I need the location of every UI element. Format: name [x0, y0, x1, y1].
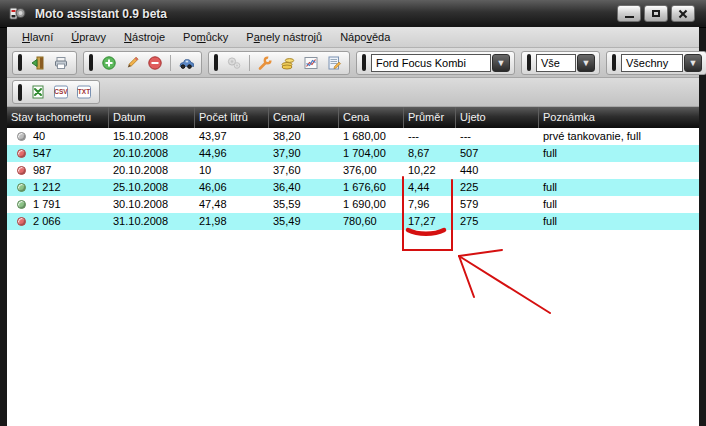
toolbar-grip[interactable]	[89, 54, 93, 71]
minimize-icon	[625, 16, 634, 18]
statistics-button[interactable]	[300, 53, 322, 73]
toolbar-group-records	[83, 51, 202, 75]
table-cell: 38,20	[269, 128, 339, 145]
toolbar-grip[interactable]	[612, 54, 616, 71]
table-row[interactable]: 4015.10.200843,9738,201 680,00------prvé…	[7, 128, 699, 145]
table-cell: 30.10.2008	[109, 196, 195, 213]
records-filter-select[interactable]: Všechny ▼	[621, 54, 702, 72]
table-cell: 21,98	[195, 213, 269, 230]
minimize-button[interactable]	[617, 5, 641, 22]
toolbar-grip[interactable]	[18, 84, 22, 101]
costs-button[interactable]	[277, 53, 299, 73]
menu-item-3[interactable]: Pomůcky	[174, 29, 237, 45]
coins-icon	[280, 55, 296, 71]
vehicle-button[interactable]	[175, 53, 197, 73]
wrench-icon	[257, 55, 273, 71]
table-cell: 10,22	[404, 162, 456, 179]
column-header-1[interactable]: Datum	[109, 107, 195, 128]
column-header-3[interactable]: Cena/l	[269, 107, 339, 128]
column-header-5[interactable]: Průměr	[404, 107, 456, 128]
column-header-4[interactable]: Cena	[339, 107, 404, 128]
table-cell: 43,97	[195, 128, 269, 145]
table-cell: 35,59	[269, 196, 339, 213]
menu-item-0[interactable]: Hlavní	[13, 29, 62, 45]
toolbar-grip[interactable]	[18, 54, 22, 71]
table-cell: 46,06	[195, 179, 269, 196]
fuel-filter-select[interactable]: Vše ▼	[536, 54, 595, 72]
export-excel-button[interactable]	[27, 82, 49, 102]
table-cell: 1 791	[7, 196, 109, 213]
table-header: Stav tachometruDatumPočet litrůCena/lCen…	[7, 107, 699, 128]
fuel-filter-value: Vše	[536, 54, 576, 72]
table-body: 4015.10.200843,9738,201 680,00------prvé…	[7, 128, 699, 230]
table-cell: 44,96	[195, 145, 269, 162]
table-cell: full	[539, 196, 699, 213]
table-cell: 15.10.2008	[109, 128, 195, 145]
table-row[interactable]: 1 79130.10.200847,4835,591 690,007,96579…	[7, 196, 699, 213]
export-csv-button[interactable]: CSV	[50, 82, 72, 102]
chevron-down-icon[interactable]: ▼	[492, 54, 510, 72]
table-cell: 40	[7, 128, 109, 145]
gears-icon	[226, 55, 242, 71]
chevron-down-icon[interactable]: ▼	[577, 54, 595, 72]
menu-item-4[interactable]: Panely nástrojů	[237, 29, 331, 45]
maximize-button[interactable]	[644, 5, 668, 22]
exit-button[interactable]	[27, 53, 49, 73]
chevron-down-icon[interactable]: ▼	[684, 54, 702, 72]
toolbar-main: Ford Focus Kombi ▼ Vše ▼ Všechny ▼	[7, 48, 699, 78]
remove-record-button[interactable]	[144, 53, 166, 73]
status-dot-gray-icon	[17, 132, 26, 141]
table-cell: 25.10.2008	[109, 179, 195, 196]
table-cell: 1 676,60	[339, 179, 404, 196]
fuel-filter-combo-group: Vše ▼	[521, 51, 600, 75]
column-header-2[interactable]: Počet litrů	[195, 107, 269, 128]
table-cell: full	[539, 145, 699, 162]
vehicle-combo-group: Ford Focus Kombi ▼	[356, 51, 515, 75]
table-row[interactable]: 1 21225.10.200846,0636,401 676,604,44225…	[7, 179, 699, 196]
toolbar-export: CSV TXT	[7, 78, 699, 107]
table-cell: 440	[456, 162, 539, 179]
records-filter-value: Všechny	[621, 54, 683, 72]
table-row[interactable]: 54720.10.200844,9637,901 704,008,67507fu…	[7, 145, 699, 162]
menu-item-1[interactable]: Úpravy	[62, 29, 115, 45]
menu-item-2[interactable]: Nástroje	[115, 29, 174, 45]
menu-item-5[interactable]: Nápověda	[331, 29, 399, 45]
export-txt-button[interactable]: TXT	[73, 82, 95, 102]
close-button[interactable]	[671, 5, 695, 22]
status-dot-red-icon	[17, 217, 26, 226]
toolbar-grip[interactable]	[362, 54, 366, 71]
service-button[interactable]	[254, 53, 276, 73]
print-button[interactable]	[50, 53, 72, 73]
status-dot-green-icon	[17, 200, 26, 209]
client-area: HlavníÚpravyNástrojePomůckyPanely nástro…	[7, 27, 699, 426]
excel-icon	[30, 84, 46, 100]
vehicle-select[interactable]: Ford Focus Kombi ▼	[371, 54, 510, 72]
table-cell: 7,96	[404, 196, 456, 213]
table-cell: 780,60	[339, 213, 404, 230]
table-cell: 1 680,00	[339, 128, 404, 145]
toolbar-group-file	[12, 51, 77, 75]
edit-record-button[interactable]	[121, 53, 143, 73]
table-cell: 37,60	[269, 162, 339, 179]
table-cell: ---	[404, 128, 456, 145]
table-cell: 2 066	[7, 213, 109, 230]
column-header-6[interactable]: Ujeto	[456, 107, 539, 128]
remove-icon	[147, 55, 163, 71]
add-record-button[interactable]	[98, 53, 120, 73]
table-row[interactable]: 2 06631.10.200821,9835,49780,6017,27275f…	[7, 213, 699, 230]
notes-button[interactable]	[323, 53, 345, 73]
table-row[interactable]: 98720.10.20081037,60376,0010,22440	[7, 162, 699, 179]
settings-button[interactable]	[223, 53, 245, 73]
table-cell: 225	[456, 179, 539, 196]
menu-bar: HlavníÚpravyNástrojePomůckyPanely nástro…	[7, 27, 699, 48]
table-cell: 37,90	[269, 145, 339, 162]
toolbar-grip[interactable]	[527, 54, 531, 71]
table-cell: 31.10.2008	[109, 213, 195, 230]
column-header-0[interactable]: Stav tachometru	[7, 107, 109, 128]
toolbar-grip[interactable]	[214, 54, 218, 71]
table-cell: 17,27	[404, 213, 456, 230]
column-header-7[interactable]: Poznámka	[539, 107, 699, 128]
print-icon	[53, 55, 69, 71]
table-cell: 1 704,00	[339, 145, 404, 162]
exit-icon	[30, 55, 46, 71]
